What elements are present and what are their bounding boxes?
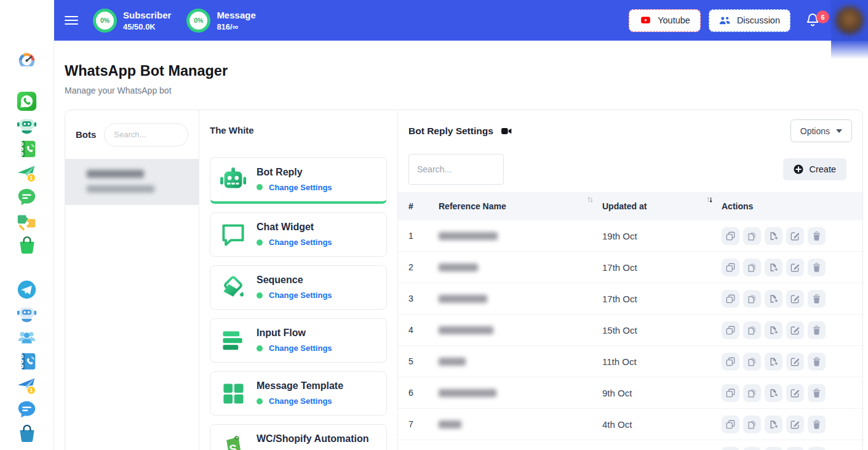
duplicate-button[interactable] (722, 384, 739, 402)
discussion-button[interactable]: Discussion (709, 9, 790, 32)
sidebar-item-whatsapp-broadcast[interactable]: 1 (17, 163, 38, 183)
sidebar-item-dashboard[interactable] (17, 49, 38, 70)
telegram-group-icon (17, 327, 37, 348)
bot-list-item[interactable] (65, 159, 199, 205)
edit-icon (790, 231, 800, 241)
duplicate-button[interactable] (722, 353, 739, 371)
edit-button[interactable] (786, 227, 804, 245)
copy-button[interactable] (743, 416, 761, 433)
svg-text:S: S (229, 442, 238, 450)
edit-button[interactable] (786, 447, 804, 450)
whatsapp-contacts-icon (17, 139, 37, 159)
delete-button[interactable] (808, 227, 826, 245)
delete-button[interactable] (808, 321, 826, 339)
notifications-button[interactable]: 6 (805, 12, 821, 29)
dashboard-gauge-icon (17, 50, 37, 70)
sidebar-item-telegram-chat[interactable] (17, 399, 38, 420)
youtube-icon (639, 15, 652, 25)
youtube-button[interactable]: Youtube (629, 9, 701, 32)
delete-button[interactable] (808, 384, 826, 402)
redacted-reference-name (439, 358, 466, 366)
sidebar-item-whatsapp-chat[interactable] (17, 187, 38, 207)
export-button[interactable] (765, 227, 782, 245)
create-button[interactable]: Create (783, 158, 846, 180)
avatar[interactable] (835, 6, 864, 34)
settings-card-message-template[interactable]: Message TemplateChange Settings (210, 371, 387, 416)
settings-card-chat-widget[interactable]: Chat WidgetChange Settings (210, 212, 387, 257)
duplicate-button[interactable] (722, 259, 739, 276)
sidebar-item-whatsapp-contacts[interactable] (17, 139, 38, 159)
redacted-bot-phone (87, 185, 154, 193)
copy-button[interactable] (743, 353, 761, 371)
subscriber-value: 45/50.0K (123, 23, 171, 31)
sort-icon[interactable] (587, 196, 594, 203)
change-settings-link[interactable]: Change Settings (269, 291, 332, 300)
copy-button[interactable] (743, 384, 761, 402)
copy-button[interactable] (743, 227, 761, 245)
table-row: 119th Oct (398, 220, 862, 252)
duplicate-button[interactable] (722, 321, 739, 339)
row-number: 2 (408, 262, 439, 272)
export-button[interactable] (765, 416, 782, 433)
whatsapp-integration-icon (17, 211, 37, 231)
export-button[interactable] (765, 384, 782, 402)
edit-button[interactable] (786, 321, 804, 339)
reply-search-input[interactable] (408, 154, 504, 185)
export-button[interactable] (765, 321, 782, 339)
duplicate-button[interactable] (722, 447, 739, 450)
bots-search-input[interactable] (104, 123, 188, 147)
change-settings-link[interactable]: Change Settings (269, 396, 332, 406)
duplicate-button[interactable] (722, 416, 739, 433)
edit-button[interactable] (786, 353, 804, 371)
duplicate-button[interactable] (722, 290, 739, 308)
sidebar-item-telegram-bot[interactable] (17, 303, 38, 324)
redacted-reference-name (439, 263, 478, 271)
copy-button[interactable] (743, 321, 761, 339)
delete-button[interactable] (808, 353, 826, 371)
redacted-reference-name (439, 420, 461, 428)
column-header-updated-at[interactable]: Updated at (602, 192, 722, 220)
export-button[interactable] (765, 353, 782, 371)
sidebar-item-telegram-group[interactable] (17, 327, 38, 348)
delete-button[interactable] (808, 416, 826, 433)
delete-button[interactable] (808, 290, 826, 308)
copy-button[interactable] (743, 447, 761, 450)
sidebar-item-whatsapp-bot[interactable] (17, 115, 38, 135)
settings-card-sequence[interactable]: SequenceChange Settings (210, 265, 387, 310)
change-settings-link[interactable]: Change Settings (269, 183, 332, 192)
telegram-bot-icon (17, 303, 37, 324)
export-button[interactable] (765, 259, 782, 276)
sidebar-item-telegram-contacts[interactable] (17, 351, 38, 372)
delete-button[interactable] (808, 447, 826, 450)
sidebar-item-telegram-ecommerce[interactable] (17, 423, 38, 444)
sidebar-item-telegram-broadcast[interactable]: 1 (17, 375, 38, 396)
video-camera-icon[interactable] (501, 127, 512, 135)
edit-button[interactable] (786, 416, 804, 433)
options-button[interactable]: Options (790, 119, 852, 142)
sidebar-item-whatsapp-integration[interactable] (17, 211, 38, 231)
copy-button[interactable] (743, 259, 761, 276)
delete-button[interactable] (808, 259, 826, 276)
status-dot (257, 398, 263, 404)
copy-button[interactable] (743, 290, 761, 308)
settings-card-bot-reply[interactable]: Bot ReplyChange Settings (210, 157, 387, 204)
column-header-reference-name[interactable]: Reference Name (439, 192, 602, 220)
menu-icon[interactable] (65, 14, 79, 27)
change-settings-link[interactable]: Change Settings (269, 344, 332, 353)
export-button[interactable] (765, 290, 782, 308)
copy-icon (747, 326, 757, 335)
main-panel: Bots The White Bot ReplyChange SettingsC… (65, 110, 863, 450)
sidebar-item-whatsapp-ecommerce[interactable] (17, 235, 38, 255)
export-button[interactable] (765, 447, 782, 450)
settings-card-input-flow[interactable]: Input FlowChange Settings (210, 318, 387, 363)
sidebar-item-whatsapp[interactable] (17, 90, 38, 111)
settings-card-wc-shopify-automation[interactable]: SWC/Shopify AutomationChange Settings (210, 424, 387, 450)
edit-button[interactable] (786, 384, 804, 402)
duplicate-button[interactable] (722, 227, 739, 245)
edit-button[interactable] (786, 290, 804, 308)
change-settings-link[interactable]: Change Settings (269, 238, 332, 247)
shopify-icon: S (219, 434, 247, 450)
edit-button[interactable] (786, 259, 804, 276)
sidebar-item-telegram[interactable] (17, 279, 38, 300)
sort-desc-icon[interactable] (706, 196, 713, 203)
